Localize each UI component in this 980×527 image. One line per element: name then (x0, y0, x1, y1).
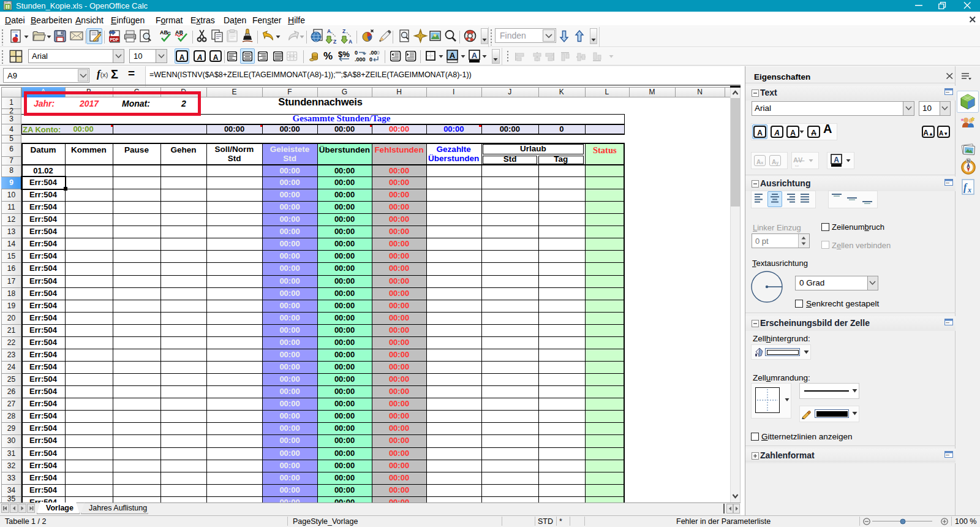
svg-text:A: A (327, 28, 331, 34)
svg-text:PDF: PDF (110, 37, 119, 42)
svg-text:A: A (472, 51, 478, 60)
svg-text:Z: Z (333, 39, 336, 44)
svg-text:x: x (967, 186, 971, 194)
svg-text:Z: Z (342, 28, 345, 34)
svg-text:0: 0 (355, 50, 358, 56)
svg-text:A: A (834, 156, 839, 164)
svg-text:0: 0 (377, 50, 380, 56)
svg-text:$%: $% (338, 50, 350, 59)
svg-text:.000: .000 (355, 56, 366, 63)
svg-text:N: N (967, 159, 970, 163)
svg-text:0: 0 (369, 56, 372, 63)
svg-text:A: A (450, 51, 456, 60)
svg-text:A: A (349, 39, 352, 44)
svg-text:.00: .00 (369, 50, 377, 56)
